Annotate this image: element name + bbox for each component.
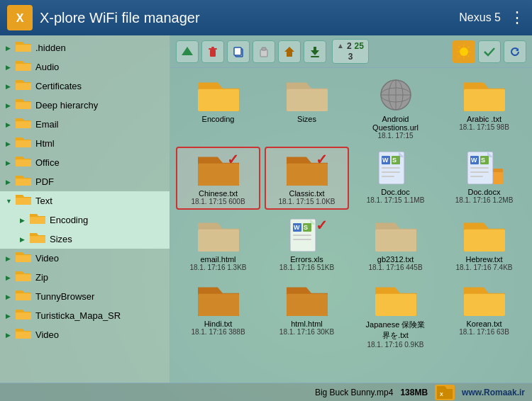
file-meta: 18.1. 17:16 63B xyxy=(459,328,509,336)
sidebar-item-video[interactable]: ▶ Video xyxy=(0,249,170,268)
up-button[interactable] xyxy=(176,40,199,63)
svg-rect-41 xyxy=(30,218,45,224)
file-item-doc-docx[interactable]: W S Doc.docx18.1. 17:16 1.2MB xyxy=(442,147,526,210)
file-meta: 18.1. 17:15 1.0KB xyxy=(278,198,335,205)
file-name: Classic.txt xyxy=(289,189,324,198)
arrow-icon: ▶ xyxy=(6,45,13,52)
file-name: Doc.doc xyxy=(381,188,409,196)
file-meta: 18.1. 17:16 1.2MB xyxy=(455,196,514,204)
svg-rect-101 xyxy=(287,166,328,183)
file-item-hindi-txt[interactable]: Hindi.txt18.1. 17:16 388B xyxy=(176,278,260,351)
count-top: 2 xyxy=(347,41,352,51)
sidebar-item-video2[interactable]: ▶ Video xyxy=(0,325,170,344)
svg-rect-117 xyxy=(470,167,489,169)
svg-text:S: S xyxy=(392,157,397,164)
file-item-gb2312-txt[interactable]: gb2312.txt18.1. 17:16 445B xyxy=(353,214,438,274)
svg-rect-120 xyxy=(493,171,503,184)
sidebar-item-audio[interactable]: ▶ Audio xyxy=(0,57,170,77)
arrow-icon: ▶ xyxy=(20,236,27,243)
file-name: gb2312.txt xyxy=(377,255,414,264)
refresh-button[interactable] xyxy=(504,40,526,63)
arrow-icon: ▶ xyxy=(6,64,13,71)
header: X X-plore WiFi file manager Nexus 5 ⋮ xyxy=(0,0,532,35)
check-button[interactable] xyxy=(478,40,501,63)
svg-point-77 xyxy=(460,47,468,56)
sidebar-label: Sizes xyxy=(50,234,72,244)
svg-rect-137 xyxy=(198,296,239,314)
theme-button[interactable] xyxy=(453,40,475,63)
svg-rect-118 xyxy=(470,171,489,173)
file-item-hebrew-txt[interactable]: Hebrew.txt18.1. 17:16 7.4KB xyxy=(442,214,526,274)
svg-rect-13 xyxy=(16,84,31,90)
sidebar-item-certificates[interactable]: ▶ Certificates xyxy=(0,77,170,96)
file-name: Sizes xyxy=(297,115,316,123)
download-button[interactable] xyxy=(304,40,326,63)
sidebar-label: Video xyxy=(35,329,59,340)
file-item-errors-xls[interactable]: W S ✓Errors.xls18.1. 17:16 51KB xyxy=(265,214,349,274)
sidebar-item-pdf[interactable]: ▶ PDF xyxy=(0,172,170,191)
svg-line-82 xyxy=(459,46,460,47)
folder-icon xyxy=(16,79,31,94)
svg-rect-57 xyxy=(16,294,31,300)
delete-button[interactable] xyxy=(201,40,224,63)
status-icon: X xyxy=(435,385,455,400)
app-icon: X xyxy=(7,5,33,30)
svg-rect-67 xyxy=(210,50,216,57)
file-item-japanese-txt[interactable]: Japanese 保険業 界を.txt18.1. 17:16 0.9KB xyxy=(353,278,438,351)
sidebar-item-hidden[interactable]: ▶ .hidden xyxy=(0,38,170,57)
file-name: Chinese.txt xyxy=(199,189,238,198)
file-item-chinese-txt[interactable]: ✓Chinese.txt18.1. 17:15 600B xyxy=(176,147,260,210)
sidebar-item-turisticka[interactable]: ▶ Turisticka_Mapa_SR xyxy=(0,306,170,325)
file-name: Doc.docx xyxy=(468,188,501,196)
file-item-sizes[interactable]: Sizes xyxy=(265,74,349,142)
file-meta: 18.1. 17:16 445B xyxy=(368,264,422,271)
svg-text:S: S xyxy=(304,224,308,231)
folder-icon xyxy=(30,232,45,247)
sidebar-item-encoding[interactable]: ▶ Encoding xyxy=(0,210,170,230)
sidebar-item-email[interactable]: ▶ Email xyxy=(0,115,170,134)
arrow-icon: ▶ xyxy=(6,274,13,281)
file-icon: ✓ xyxy=(287,151,328,188)
toolbar: ▲ 2 25 3 xyxy=(170,35,532,68)
sidebar-item-zip[interactable]: ▶ Zip xyxy=(0,268,170,287)
folder-icon xyxy=(16,270,31,285)
sidebar-item-text[interactable]: ▼ Text xyxy=(0,191,170,210)
file-item-android-url[interactable]: Android Questions.url18.1. 17:15 xyxy=(353,74,438,142)
svg-rect-123 xyxy=(198,232,239,249)
folder-icon xyxy=(16,174,31,189)
sidebar-item-deep-hierarchy[interactable]: ▶ Deep hierarchy xyxy=(0,96,170,115)
svg-rect-33 xyxy=(16,179,31,186)
file-item-korean-txt[interactable]: Korean.txt18.1. 17:16 63B xyxy=(442,278,526,351)
svg-rect-9 xyxy=(16,64,31,71)
file-icon xyxy=(464,281,505,318)
folder-icon xyxy=(16,308,31,323)
file-item-html-html[interactable]: html.html18.1. 17:16 30KB xyxy=(265,278,349,351)
sidebar-item-office[interactable]: ▶ Office xyxy=(0,153,170,172)
svg-rect-139 xyxy=(287,296,328,314)
svg-rect-131 xyxy=(293,239,311,240)
file-meta: 18.1. 17:16 1.3KB xyxy=(189,264,246,271)
file-icon xyxy=(375,217,416,254)
svg-rect-109 xyxy=(382,171,400,173)
svg-text:W: W xyxy=(294,224,300,231)
file-name: Hindi.txt xyxy=(204,320,233,328)
file-item-arabic-txt[interactable]: Arabic .txt18.1. 17:15 98B xyxy=(442,74,526,142)
sidebar-item-html[interactable]: ▶ Html xyxy=(0,134,170,153)
home-button[interactable] xyxy=(278,40,301,63)
svg-rect-21 xyxy=(16,122,31,128)
paste-button[interactable] xyxy=(253,40,275,63)
menu-icon[interactable]: ⋮ xyxy=(509,9,525,27)
file-item-doc-doc[interactable]: W S Doc.doc18.1. 17:15 1.1MB xyxy=(353,147,438,210)
file-name: html.html xyxy=(291,320,323,328)
folder-icon xyxy=(16,40,31,55)
file-item-classic-txt[interactable]: ✓Classic.txt18.1. 17:15 1.0KB xyxy=(265,147,349,210)
file-item-encoding[interactable]: Encoding xyxy=(176,74,260,142)
file-name: Japanese 保険業 界を.txt xyxy=(364,320,428,341)
svg-rect-61 xyxy=(16,313,31,320)
file-icon xyxy=(198,77,239,113)
sidebar-item-sizes[interactable]: ▶ Sizes xyxy=(0,230,170,249)
copy-button[interactable] xyxy=(227,40,250,63)
sidebar-item-tunnybrowser[interactable]: ▶ TunnyBrowser xyxy=(0,287,170,306)
sidebar-label: Video xyxy=(35,253,59,264)
file-item-email-html[interactable]: email.html18.1. 17:16 1.3KB xyxy=(176,214,260,274)
